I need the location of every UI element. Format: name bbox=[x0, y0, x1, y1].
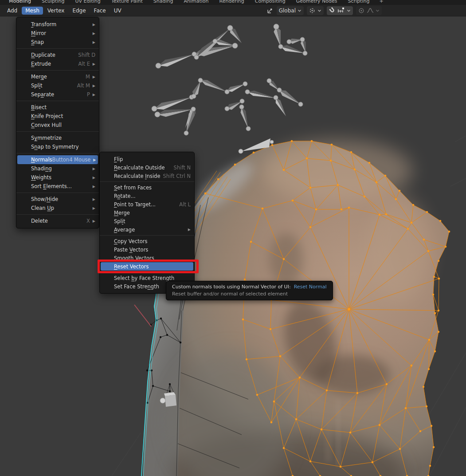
menu-item-label: Paste Vectors bbox=[114, 247, 148, 253]
submenu-arrow-icon: ▶ bbox=[91, 197, 95, 201]
workspace-tab-animation[interactable]: Animation bbox=[178, 0, 214, 4]
menu-item-shortcut: Alt M bbox=[77, 83, 90, 89]
workspace-tab-modeling[interactable]: Modeling bbox=[4, 0, 36, 4]
menu-item-label: Knife Project bbox=[31, 113, 63, 119]
menu-separator bbox=[16, 101, 99, 101]
menu-item-label: Rotate... bbox=[114, 193, 136, 199]
menu-item-label: Normals bbox=[31, 157, 52, 163]
menu-item-paste-vectors[interactable]: Paste Vectors bbox=[100, 245, 194, 254]
proportional-editing-icon bbox=[358, 8, 365, 14]
menu-item-shading[interactable]: Shading▶ bbox=[16, 164, 99, 173]
menu-item-label: Set from Faces bbox=[114, 185, 152, 191]
pivot-point-icon bbox=[309, 8, 316, 14]
menu-item-symmetrize[interactable]: Symmetrize bbox=[16, 134, 99, 142]
workspace-tab-bar: ModelingSculptingUV EditingTexture Paint… bbox=[0, 0, 466, 5]
submenu-arrow-icon: ▶ bbox=[91, 206, 95, 210]
menu-item-knife-project[interactable]: Knife Project bbox=[16, 112, 99, 121]
menu-item-shortcut: Alt E bbox=[78, 61, 90, 67]
menu-item-label: Average bbox=[114, 227, 135, 233]
menu-item-show-hide[interactable]: Show/Hide▶ bbox=[16, 195, 99, 204]
menu-item-recalculate-outside[interactable]: Recalculate OutsideShift N bbox=[100, 163, 194, 172]
menu-item-mirror[interactable]: Mirror▶ bbox=[16, 29, 99, 38]
menu-item-label: Delete bbox=[31, 218, 48, 224]
menu-item-set-from-faces[interactable]: Set from Faces bbox=[100, 183, 194, 192]
proportional-editing-controls[interactable] bbox=[356, 6, 382, 15]
menu-item-convex-hull[interactable]: Convex Hull bbox=[16, 121, 99, 130]
snap-controls[interactable] bbox=[327, 6, 353, 15]
menubar-item-vertex[interactable]: Vertex bbox=[44, 7, 68, 15]
menu-item-label: Symmetrize bbox=[31, 135, 62, 141]
tooltip-operator-link: Reset Normal bbox=[294, 284, 327, 290]
menubar-item-add[interactable]: Add bbox=[4, 7, 21, 15]
menu-item-label: Convex Hull bbox=[31, 122, 62, 128]
menu-item-reset-vectors[interactable]: Reset Vectors bbox=[101, 262, 193, 271]
orientation-dropdown[interactable]: Global bbox=[277, 6, 304, 15]
menu-item-extrude[interactable]: ExtrudeAlt E▶ bbox=[16, 59, 99, 68]
menu-item-shortcut: P bbox=[87, 91, 90, 98]
workspace-tab-uv-editing[interactable]: UV Editing bbox=[70, 0, 106, 4]
menubar-item-mesh[interactable]: Mesh bbox=[22, 7, 43, 15]
menubar-item-uv[interactable]: UV bbox=[110, 7, 125, 15]
menu-item-sort-elements[interactable]: Sort Elements...▶ bbox=[16, 182, 99, 191]
menu-item-label: Snap to Symmetry bbox=[31, 144, 78, 150]
menu-separator bbox=[16, 193, 99, 193]
workspace-tab-scripting[interactable]: Scripting bbox=[343, 0, 375, 4]
menu-item-merge[interactable]: Merge bbox=[100, 208, 194, 217]
menu-item-label: Mirror bbox=[31, 30, 46, 36]
menu-item-split[interactable]: Split bbox=[100, 217, 194, 225]
submenu-arrow-icon: ▶ bbox=[91, 40, 95, 44]
workspace-tab-compositing[interactable]: Compositing bbox=[250, 0, 291, 4]
menu-item-shortcut: Shift D bbox=[78, 52, 95, 58]
menu-separator bbox=[16, 70, 99, 71]
snap-with-icon bbox=[337, 8, 345, 13]
menu-item-smooth-vectors[interactable]: Smooth Vectors bbox=[100, 254, 194, 262]
pivot-point-dropdown[interactable] bbox=[307, 6, 324, 15]
submenu-arrow-icon: ▶ bbox=[91, 62, 95, 66]
menu-item-label: Clean Up bbox=[31, 205, 54, 211]
menu-item-clean-up[interactable]: Clean Up▶ bbox=[16, 204, 99, 212]
menu-item-rotate[interactable]: Rotate... bbox=[100, 192, 194, 200]
menu-item-label: Flip bbox=[114, 156, 123, 162]
menu-item-bisect[interactable]: Bisect bbox=[16, 103, 99, 112]
menu-item-merge[interactable]: MergeM▶ bbox=[16, 72, 99, 81]
menu-item-label: Show/Hide bbox=[31, 196, 58, 202]
menu-item-label: Transform bbox=[31, 21, 56, 28]
menu-item-split[interactable]: SplitAlt M▶ bbox=[16, 81, 99, 90]
workspace-tab-sculpting[interactable]: Sculpting bbox=[36, 0, 70, 4]
menu-item-shortcut: Button4 Mouse bbox=[52, 157, 91, 163]
menu-item-recalculate-inside[interactable]: Recalculate InsideShift Ctrl N bbox=[100, 172, 194, 180]
chevron-down-icon bbox=[376, 9, 380, 12]
menu-item-average[interactable]: Average▶ bbox=[100, 225, 194, 234]
mesh-menu: Transform▶Mirror▶Snap▶DuplicateShift DEx… bbox=[16, 17, 99, 228]
workspace-tab-texture-paint[interactable]: Texture Paint bbox=[106, 0, 148, 4]
menu-item-label: Split bbox=[31, 83, 43, 89]
snap-magnet-icon bbox=[329, 7, 336, 14]
chevron-down-icon bbox=[317, 9, 321, 12]
menu-item-label: Merge bbox=[31, 74, 47, 80]
menu-item-point-to-target[interactable]: Point to Target...Alt L bbox=[100, 200, 194, 208]
menu-item-transform[interactable]: Transform▶ bbox=[16, 20, 99, 29]
menu-item-label: Snap bbox=[31, 39, 44, 45]
menu-item-label: Recalculate Inside bbox=[114, 173, 160, 179]
menu-item-copy-vectors[interactable]: Copy Vectors bbox=[100, 237, 194, 245]
workspace-tab-rendering[interactable]: Rendering bbox=[214, 0, 250, 4]
menu-item-snap[interactable]: Snap▶ bbox=[16, 38, 99, 47]
tooltip: Custom normals tools using Normal Vector… bbox=[166, 281, 333, 300]
add-workspace-button[interactable]: + bbox=[375, 0, 388, 4]
workspace-tab-shading[interactable]: Shading bbox=[148, 0, 179, 4]
menu-item-snap-to-symmetry[interactable]: Snap to Symmetry bbox=[16, 142, 99, 151]
menubar-item-edge[interactable]: Edge bbox=[69, 7, 89, 15]
menu-item-flip[interactable]: Flip bbox=[100, 155, 194, 163]
menubar-item-face[interactable]: Face bbox=[90, 7, 110, 15]
menu-item-label: Split bbox=[114, 218, 125, 224]
menu-item-duplicate[interactable]: DuplicateShift D bbox=[16, 51, 99, 59]
menu-item-separate[interactable]: SeparateP▶ bbox=[16, 90, 99, 99]
menu-item-delete[interactable]: DeleteX▶ bbox=[16, 216, 99, 225]
menu-item-normals[interactable]: NormalsButton4 Mouse▶ bbox=[17, 155, 98, 164]
menu-item-weights[interactable]: Weights▶ bbox=[16, 173, 99, 182]
transform-orientation-icon[interactable] bbox=[267, 8, 274, 14]
menu-item-label: Weights bbox=[31, 174, 51, 181]
proportional-falloff-icon bbox=[367, 8, 374, 13]
workspace-tab-geometry-nodes[interactable]: Geometry Nodes bbox=[291, 0, 343, 4]
menu-item-label: Recalculate Outside bbox=[114, 165, 165, 171]
